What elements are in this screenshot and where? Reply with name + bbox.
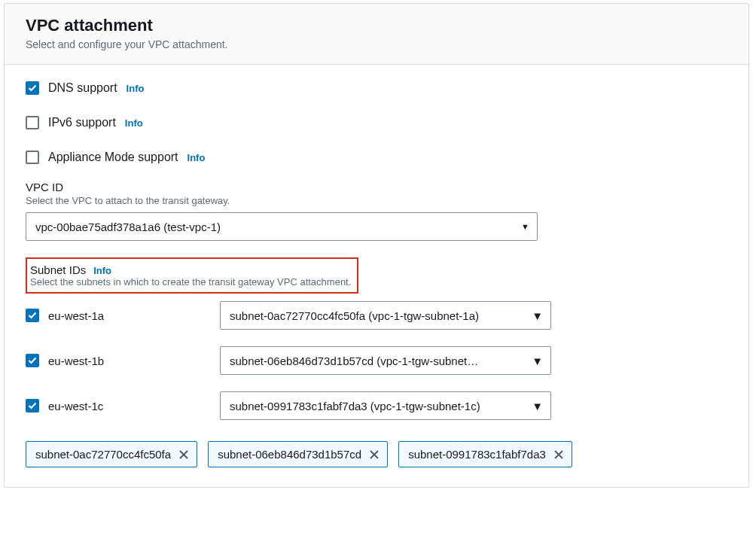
subnet-1c-select-value: subnet-0991783c1fabf7da3 (vpc-1-tgw-subn… — [230, 400, 480, 412]
subnet-ids-hint: Select the subnets in which to create th… — [30, 276, 351, 288]
subnet-1c-checkbox[interactable] — [26, 399, 39, 412]
subnet-tag-text: subnet-0ac72770cc4fc50fa — [35, 448, 171, 461]
subnet-1b-az: eu-west-1b — [48, 355, 220, 367]
subnet-row-1c: eu-west-1c subnet-0991783c1fabf7da3 (vpc… — [26, 391, 727, 420]
caret-down-icon: ▼ — [521, 222, 529, 231]
subnet-1c-az: eu-west-1c — [48, 400, 220, 412]
panel-body: DNS support Info IPv6 support Info Appli… — [5, 65, 748, 487]
panel-header: VPC attachment Select and configure your… — [5, 4, 748, 65]
subnet-tag: subnet-06eb846d73d1b57cd — [208, 441, 388, 467]
close-icon — [553, 449, 564, 460]
remove-tag-button[interactable] — [178, 449, 189, 460]
subnet-1c-select[interactable]: subnet-0991783c1fabf7da3 (vpc-1-tgw-subn… — [220, 391, 551, 420]
ipv6-support-row: IPv6 support Info — [26, 116, 727, 129]
vpc-id-hint: Select the VPC to attach to the transit … — [26, 195, 727, 206]
close-icon — [178, 449, 189, 460]
close-icon — [369, 449, 380, 460]
appliance-mode-row: Appliance Mode support Info — [26, 151, 727, 164]
appliance-mode-info-link[interactable]: Info — [187, 152, 206, 163]
subnet-1a-select[interactable]: subnet-0ac72770cc4fc50fa (vpc-1-tgw-subn… — [220, 301, 551, 330]
vpc-id-select[interactable]: vpc-00bae75adf378a1a6 (test-vpc-1) ▼ — [26, 212, 538, 241]
subnet-ids-info-link[interactable]: Info — [93, 265, 111, 276]
subnet-1a-az: eu-west-1a — [48, 309, 220, 322]
remove-tag-button[interactable] — [553, 449, 564, 460]
subnet-row-1a: eu-west-1a subnet-0ac72770cc4fc50fa (vpc… — [26, 301, 727, 330]
ipv6-support-info-link[interactable]: Info — [125, 117, 143, 129]
caret-down-icon: ▼ — [532, 400, 543, 412]
caret-down-icon: ▼ — [532, 309, 543, 322]
page-subtitle: Select and configure your VPC attachment… — [26, 38, 727, 50]
page-title: VPC attachment — [26, 16, 727, 35]
vpc-attachment-panel: VPC attachment Select and configure your… — [4, 3, 749, 488]
subnet-1a-checkbox[interactable] — [26, 309, 39, 322]
dns-support-info-link[interactable]: Info — [127, 83, 145, 94]
ipv6-support-checkbox[interactable] — [26, 116, 39, 129]
subnet-1b-select-value: subnet-06eb846d73d1b57cd (vpc-1-tgw-subn… — [230, 355, 478, 367]
ipv6-support-label: IPv6 support — [48, 116, 116, 129]
appliance-mode-checkbox[interactable] — [26, 151, 39, 164]
subnet-ids-label: Subnet IDs — [30, 263, 86, 276]
dns-support-label: DNS support — [48, 81, 117, 95]
subnet-ids-highlight: Subnet IDs Info Select the subnets in wh… — [26, 257, 358, 294]
remove-tag-button[interactable] — [369, 449, 380, 460]
appliance-mode-label: Appliance Mode support — [48, 151, 178, 164]
subnet-tag: subnet-0991783c1fabf7da3 — [398, 441, 572, 467]
subnet-1b-select[interactable]: subnet-06eb846d73d1b57cd (vpc-1-tgw-subn… — [220, 346, 551, 375]
dns-support-checkbox[interactable] — [26, 81, 39, 95]
subnet-1a-select-value: subnet-0ac72770cc4fc50fa (vpc-1-tgw-subn… — [230, 309, 479, 322]
vpc-id-label: VPC ID — [26, 181, 727, 193]
subnet-row-1b: eu-west-1b subnet-06eb846d73d1b57cd (vpc… — [26, 346, 727, 375]
subnet-tag-text: subnet-06eb846d73d1b57cd — [218, 448, 361, 461]
subnet-tag-text: subnet-0991783c1fabf7da3 — [408, 448, 546, 461]
selected-subnet-tags: subnet-0ac72770cc4fc50fa subnet-06eb846d… — [26, 441, 727, 467]
subnet-1b-checkbox[interactable] — [26, 354, 39, 367]
vpc-id-select-value: vpc-00bae75adf378a1a6 (test-vpc-1) — [35, 221, 221, 233]
dns-support-row: DNS support Info — [26, 81, 727, 95]
subnet-tag: subnet-0ac72770cc4fc50fa — [26, 441, 197, 467]
caret-down-icon: ▼ — [532, 355, 543, 367]
vpc-id-field: VPC ID Select the VPC to attach to the t… — [26, 181, 727, 241]
